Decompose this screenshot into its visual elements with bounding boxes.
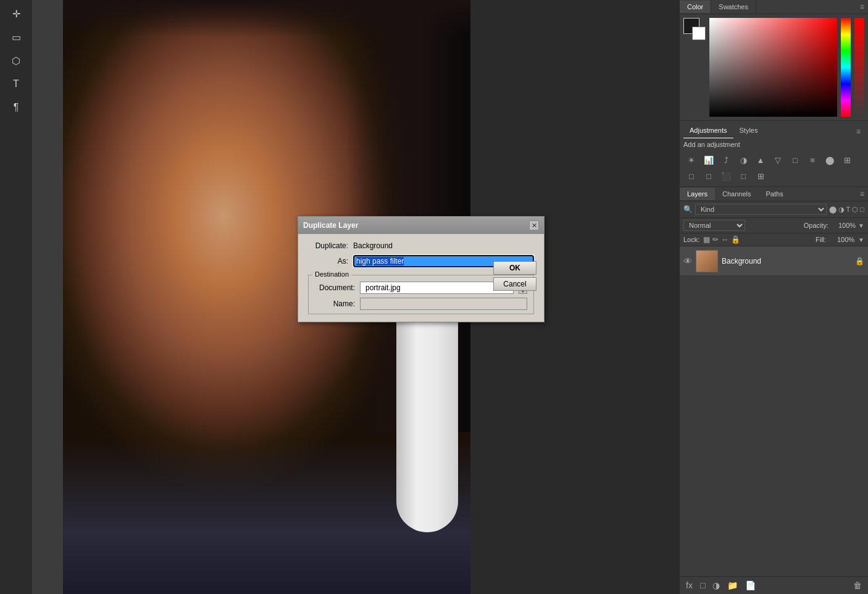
cancel-button[interactable]: Cancel (493, 277, 536, 291)
posterize-adj[interactable]: □ (701, 169, 717, 183)
add-group-button[interactable]: 📁 (725, 579, 740, 592)
tab-layers[interactable]: Layers (680, 188, 715, 200)
opacity-value: 100% (831, 222, 856, 229)
tab-color[interactable]: Color (680, 1, 711, 13)
name-label: Name: (315, 299, 355, 308)
duplicate-layer-dialog[interactable]: Duplicate Layer ✕ Duplicate: Background … (298, 216, 545, 322)
filter-smartobj-icon[interactable]: □ (860, 206, 864, 213)
alpha-bar[interactable] (854, 18, 864, 117)
lasso-tool[interactable]: ⬡ (5, 49, 27, 72)
filter-icons: ⬤ ◑ T ⬡ □ (829, 206, 864, 214)
selective-color-adj[interactable]: ⊞ (753, 169, 769, 183)
brightness-adj[interactable]: ☀ (683, 153, 699, 167)
blend-mode-dropdown[interactable]: Normal (683, 220, 745, 231)
dialog-title: Duplicate Layer (303, 221, 358, 230)
text-tool[interactable]: T (5, 73, 27, 95)
filter-search-icon: 🔍 (683, 205, 693, 214)
tab-styles[interactable]: Styles (733, 125, 764, 138)
layers-blend-row: Normal Opacity: 100% ▼ (680, 218, 868, 233)
layer-name: Background (722, 257, 851, 266)
layers-bottom-bar: fx □ ◑ 📁 📄 🗑 (680, 576, 868, 594)
add-style-button[interactable]: fx (683, 579, 695, 592)
lock-position-icon[interactable]: ↔ (721, 235, 728, 244)
color-panel-tabs: Color Swatches ≡ (680, 0, 868, 14)
dialog-close-button[interactable]: ✕ (529, 220, 539, 230)
layers-panel-menu[interactable]: ≡ (856, 187, 868, 201)
layer-thumbnail (696, 250, 718, 272)
lock-label: Lock: (683, 236, 699, 243)
filter-shape-icon[interactable]: ⬡ (852, 206, 858, 214)
paragraph-tool[interactable]: ¶ (5, 96, 27, 119)
layer-lock-icon: 🔒 (855, 257, 864, 266)
opacity-arrow[interactable]: ▼ (858, 222, 864, 229)
filter-adj-icon[interactable]: ◑ (838, 206, 845, 214)
gradient-map-adj[interactable]: □ (735, 169, 751, 183)
layers-panel: Layers Channels Paths ≡ 🔍 Kind ⬤ ◑ T ⬡ □… (680, 187, 868, 594)
lock-transparent-icon[interactable]: ▦ (703, 235, 710, 244)
document-select[interactable]: portrait.jpg (360, 282, 514, 294)
invert-adj[interactable]: □ (683, 169, 699, 183)
exposure-adj[interactable]: ◑ (735, 153, 751, 167)
marquee-tool[interactable]: ▭ (5, 26, 27, 48)
dialog-buttons: OK Cancel (493, 261, 536, 291)
tab-swatches[interactable]: Swatches (711, 1, 756, 13)
fg-bg-colors[interactable] (683, 18, 706, 40)
hsl-adj[interactable]: ▽ (770, 153, 786, 167)
adjustments-title: Add an adjustment (683, 138, 864, 151)
destination-legend: Destination (312, 270, 351, 278)
color-panel: Color Swatches ≡ (680, 0, 868, 121)
layers-lock-row: Lock: ▦ ✏ ↔ 🔒 Fill: 100% ▼ (680, 233, 868, 246)
layer-background[interactable]: 👁 Background 🔒 (680, 246, 868, 276)
fill-arrow[interactable]: ▼ (858, 236, 864, 243)
hue-bar[interactable] (841, 18, 851, 117)
threshold-adj[interactable]: ⬛ (718, 169, 734, 183)
levels-adj[interactable]: 📊 (701, 153, 717, 167)
canvas-area: Duplicate Layer ✕ Duplicate: Background … (32, 0, 679, 594)
top-shadow (63, 0, 470, 37)
filter-pixel-icon[interactable]: ⬤ (829, 206, 837, 214)
tab-channels[interactable]: Channels (715, 188, 758, 200)
adjustments-tabs: Adjustments Styles ≡ (683, 125, 864, 138)
name-input[interactable] (360, 298, 527, 310)
move-tool[interactable]: ✛ (5, 2, 27, 25)
color-balance-adj[interactable]: □ (787, 153, 803, 167)
layers-filter-row: 🔍 Kind ⬤ ◑ T ⬡ □ (680, 201, 868, 218)
duplicate-row: Duplicate: Background (308, 241, 534, 250)
layers-list: 👁 Background 🔒 (680, 246, 868, 576)
curves-adj[interactable]: ⤴ (718, 153, 734, 167)
as-label: As: (308, 257, 348, 266)
white-object (396, 285, 458, 532)
delete-layer-button[interactable]: 🗑 (851, 579, 864, 592)
lock-all-icon[interactable]: 🔒 (731, 235, 740, 244)
add-adjustment-button[interactable]: ◑ (710, 579, 722, 592)
dialog-body: Duplicate: Background As: Destination Do… (298, 234, 544, 322)
duplicate-label: Duplicate: (308, 241, 348, 250)
document-label: Document: (315, 283, 355, 292)
name-row: Name: (315, 298, 527, 310)
dialog-titlebar[interactable]: Duplicate Layer ✕ (298, 217, 544, 234)
ok-button[interactable]: OK (493, 261, 536, 275)
adjustment-icons-row2: □ □ ⬛ □ ⊞ (683, 169, 864, 183)
tab-adjustments[interactable]: Adjustments (683, 125, 733, 138)
background-color[interactable] (692, 27, 706, 40)
create-layer-button[interactable]: 📄 (743, 579, 758, 592)
lock-icons: ▦ ✏ ↔ 🔒 (703, 235, 740, 244)
layer-visibility-icon[interactable]: 👁 (683, 256, 692, 266)
bw-adj[interactable]: ≡ (804, 153, 820, 167)
fill-label: Fill: (816, 236, 826, 243)
color-panel-menu[interactable]: ≡ (856, 0, 868, 14)
photo-filter-adj[interactable]: ⬤ (822, 153, 838, 167)
fill-value: 100% (830, 236, 854, 243)
filter-type-icon[interactable]: T (846, 206, 851, 213)
filter-kind-dropdown[interactable]: Kind (695, 204, 827, 215)
channel-mixer-adj[interactable]: ⊞ (839, 153, 855, 167)
color-spectrum[interactable] (709, 18, 837, 117)
duplicate-value: Background (353, 241, 393, 250)
vibrance-adj[interactable]: ▲ (753, 153, 769, 167)
add-mask-button[interactable]: □ (698, 579, 707, 592)
color-picker-area (680, 14, 868, 120)
lock-pixels-icon[interactable]: ✏ (712, 235, 719, 244)
adjustments-panel-menu[interactable]: ≡ (853, 125, 864, 138)
adjustment-icons-row1: ☀ 📊 ⤴ ◑ ▲ ▽ □ ≡ ⬤ ⊞ (683, 151, 864, 169)
tab-paths[interactable]: Paths (759, 188, 791, 200)
